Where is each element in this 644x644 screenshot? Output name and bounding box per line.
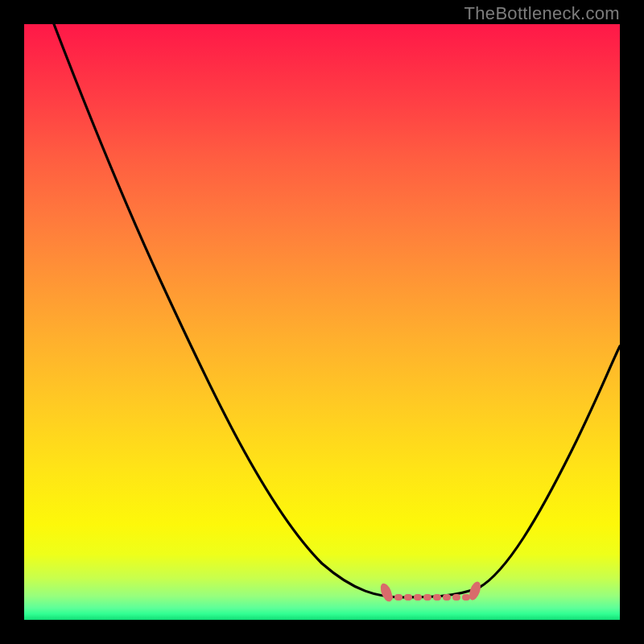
bottleneck-curve-path — [54, 24, 620, 597]
curve-layer — [24, 24, 620, 620]
plot-area — [24, 24, 620, 620]
watermark-text: TheBottleneck.com — [464, 3, 620, 24]
optimal-segment-left-cap — [378, 582, 394, 604]
chart-frame: TheBottleneck.com — [0, 0, 644, 644]
